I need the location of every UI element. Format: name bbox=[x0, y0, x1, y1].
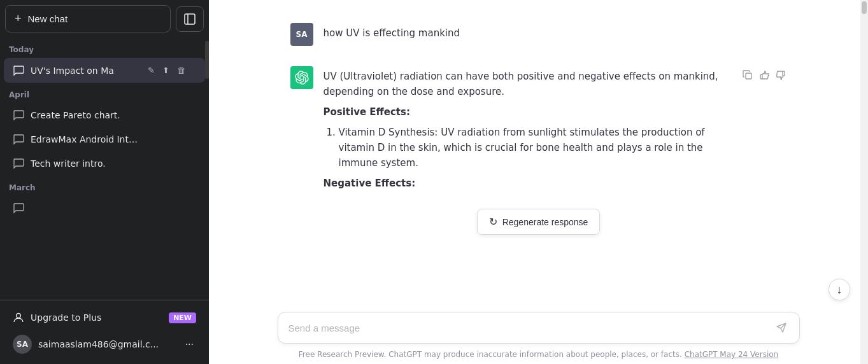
regenerate-bar: ↻ Regenerate response bbox=[209, 204, 868, 236]
chat-item-label: Tech writer intro. bbox=[31, 158, 139, 169]
right-scrollbar[interactable] bbox=[860, 0, 868, 364]
section-today: Today bbox=[0, 38, 209, 58]
user-row[interactable]: SA saimaaslam486@gmail.c... ··· bbox=[5, 330, 204, 359]
send-button[interactable] bbox=[774, 323, 789, 333]
chat-bubble-icon bbox=[13, 158, 24, 169]
svg-rect-0 bbox=[185, 14, 195, 24]
message-input[interactable] bbox=[288, 320, 774, 335]
assistant-message-row: UV (Ultraviolet) radiation can have both… bbox=[252, 56, 825, 204]
chat-messages[interactable]: SA how UV is effecting mankind UV (Ultra… bbox=[209, 0, 868, 307]
sidebar: + New chat Today UV's Impact on Ma ✎ ⬆ 🗑 bbox=[0, 0, 209, 364]
regenerate-label: Regenerate response bbox=[502, 217, 588, 227]
user-email: saimaaslam486@gmail.c... bbox=[38, 339, 176, 349]
user-message-text: how UV is effecting mankind bbox=[324, 27, 460, 39]
user-avatar-initials: SA bbox=[296, 30, 308, 39]
message-actions bbox=[741, 66, 787, 84]
assistant-avatar bbox=[290, 66, 313, 89]
positive-effects-list: Vitamin D Synthesis: UV radiation from s… bbox=[324, 125, 731, 171]
plus-icon: + bbox=[15, 12, 22, 25]
person-icon bbox=[13, 312, 24, 323]
sidebar-bottom: Upgrade to Plus NEW SA saimaaslam486@gma… bbox=[0, 300, 209, 364]
regenerate-button[interactable]: ↻ Regenerate response bbox=[477, 209, 601, 235]
scrollbar-thumb bbox=[862, 1, 867, 14]
thumbs-up-icon bbox=[759, 70, 769, 80]
chat-item-label: EdrawMax Android Interface bbox=[31, 134, 139, 144]
svg-point-2 bbox=[17, 314, 21, 318]
section-march: March bbox=[0, 176, 209, 196]
chat-item-pareto[interactable]: Create Pareto chart. bbox=[4, 103, 205, 127]
svg-rect-3 bbox=[746, 73, 751, 79]
scroll-to-bottom-button[interactable]: ↓ bbox=[829, 279, 850, 300]
chat-item-actions: ✎ ⬆ 🗑 bbox=[145, 64, 188, 76]
chat-item-tech-writer[interactable]: Tech writer intro. bbox=[4, 151, 205, 176]
chat-item-label: UV's Impact on Ma bbox=[31, 66, 139, 76]
regenerate-icon: ↻ bbox=[489, 216, 497, 228]
thumbs-down-icon bbox=[776, 70, 786, 80]
thumbs-up-button[interactable] bbox=[758, 69, 771, 84]
sidebar-toggle-button[interactable] bbox=[176, 6, 204, 32]
layout-icon bbox=[184, 13, 196, 25]
positive-title: Positive Effects: bbox=[324, 104, 731, 120]
sidebar-top: + New chat bbox=[0, 0, 209, 38]
new-badge: NEW bbox=[169, 312, 196, 323]
disclaimer: Free Research Preview. ChatGPT may produ… bbox=[286, 346, 791, 364]
negative-title: Negative Effects: bbox=[324, 176, 731, 191]
chat-item-march[interactable] bbox=[4, 196, 205, 220]
chat-bubble-icon bbox=[13, 109, 24, 121]
user-message-content: how UV is effecting mankind bbox=[324, 23, 787, 41]
openai-icon bbox=[295, 71, 309, 85]
avatar: SA bbox=[13, 335, 32, 354]
disclaimer-text: Free Research Preview. ChatGPT may produ… bbox=[299, 350, 682, 359]
chat-item-label: Create Pareto chart. bbox=[31, 110, 139, 120]
user-message-row: SA how UV is effecting mankind bbox=[252, 13, 825, 56]
share-chat-button[interactable]: ⬆ bbox=[160, 64, 172, 76]
assistant-message-content: UV (Ultraviolet) radiation can have both… bbox=[324, 66, 731, 193]
chat-item-uv-impact[interactable]: UV's Impact on Ma ✎ ⬆ 🗑 bbox=[4, 58, 205, 83]
assistant-intro: UV (Ultraviolet) radiation can have both… bbox=[324, 69, 731, 99]
main-chat-area: SA how UV is effecting mankind UV (Ultra… bbox=[209, 0, 868, 364]
chat-bubble-icon bbox=[13, 134, 24, 145]
user-avatar: SA bbox=[290, 23, 313, 46]
list-item: Vitamin D Synthesis: UV radiation from s… bbox=[339, 125, 731, 171]
message-input-container bbox=[278, 312, 800, 344]
disclaimer-link[interactable]: ChatGPT May 24 Version bbox=[685, 350, 779, 359]
new-chat-button[interactable]: + New chat bbox=[5, 5, 171, 32]
delete-chat-button[interactable]: 🗑 bbox=[174, 64, 188, 76]
copy-icon bbox=[743, 70, 753, 80]
chevron-down-icon: ↓ bbox=[837, 284, 843, 295]
input-area bbox=[209, 307, 868, 346]
copy-button[interactable] bbox=[741, 69, 754, 84]
chat-item-edrawmax[interactable]: EdrawMax Android Interface bbox=[4, 127, 205, 151]
new-chat-label: New chat bbox=[28, 13, 68, 24]
send-icon bbox=[776, 323, 786, 333]
upgrade-label: Upgrade to Plus bbox=[31, 312, 101, 323]
edit-chat-button[interactable]: ✎ bbox=[145, 64, 157, 76]
thumbs-down-button[interactable] bbox=[774, 69, 787, 84]
user-menu-button[interactable]: ··· bbox=[183, 339, 196, 350]
chat-bubble-icon bbox=[13, 202, 24, 214]
upgrade-to-plus-button[interactable]: Upgrade to Plus NEW bbox=[5, 305, 204, 330]
chat-bubble-icon bbox=[13, 65, 24, 76]
section-april: April bbox=[0, 83, 209, 103]
